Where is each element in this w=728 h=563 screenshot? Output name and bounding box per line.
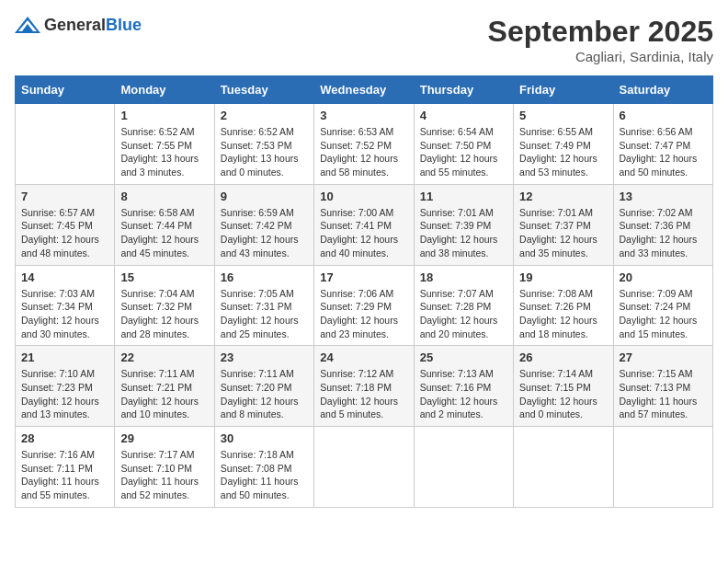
- day-number: 7: [21, 190, 108, 203]
- day-info: Sunrise: 7:08 AM Sunset: 7:26 PM Dayligh…: [519, 287, 607, 341]
- calendar-week-row: 21Sunrise: 7:10 AM Sunset: 7:23 PM Dayli…: [16, 346, 713, 427]
- calendar-cell: 29Sunrise: 7:17 AM Sunset: 7:10 PM Dayli…: [115, 427, 214, 508]
- calendar-cell: 19Sunrise: 7:08 AM Sunset: 7:26 PM Dayli…: [514, 265, 613, 346]
- day-info: Sunrise: 6:54 AM Sunset: 7:50 PM Dayligh…: [420, 125, 507, 179]
- day-info: Sunrise: 7:05 AM Sunset: 7:31 PM Dayligh…: [221, 287, 308, 341]
- calendar-cell: 1Sunrise: 6:52 AM Sunset: 7:55 PM Daylig…: [115, 104, 214, 185]
- calendar-cell: 23Sunrise: 7:11 AM Sunset: 7:20 PM Dayli…: [214, 346, 313, 427]
- calendar-cell: 27Sunrise: 7:15 AM Sunset: 7:13 PM Dayli…: [613, 346, 712, 427]
- day-number: 10: [320, 190, 407, 203]
- day-info: Sunrise: 7:17 AM Sunset: 7:10 PM Dayligh…: [120, 448, 208, 502]
- day-info: Sunrise: 6:52 AM Sunset: 7:55 PM Dayligh…: [120, 125, 208, 179]
- day-info: Sunrise: 7:09 AM Sunset: 7:24 PM Dayligh…: [620, 287, 707, 341]
- col-thursday: Thursday: [414, 76, 513, 104]
- day-info: Sunrise: 7:13 AM Sunset: 7:16 PM Dayligh…: [420, 367, 507, 421]
- day-info: Sunrise: 7:01 AM Sunset: 7:37 PM Dayligh…: [519, 206, 607, 260]
- calendar-cell: 8Sunrise: 6:58 AM Sunset: 7:44 PM Daylig…: [115, 184, 214, 265]
- month-title: September 2025: [488, 15, 713, 49]
- calendar-cell: [414, 427, 513, 508]
- day-number: 28: [21, 431, 108, 445]
- calendar-week-row: 14Sunrise: 7:03 AM Sunset: 7:34 PM Dayli…: [16, 265, 713, 346]
- calendar-header-row: Sunday Monday Tuesday Wednesday Thursday…: [16, 76, 713, 104]
- day-info: Sunrise: 6:53 AM Sunset: 7:52 PM Dayligh…: [320, 125, 407, 179]
- day-info: Sunrise: 7:11 AM Sunset: 7:20 PM Dayligh…: [221, 367, 308, 421]
- day-info: Sunrise: 7:14 AM Sunset: 7:15 PM Dayligh…: [519, 367, 607, 421]
- page-header: GeneralBlue September 2025 Cagliari, Sar…: [15, 15, 713, 64]
- calendar-cell: 11Sunrise: 7:01 AM Sunset: 7:39 PM Dayli…: [414, 184, 513, 265]
- calendar-cell: 10Sunrise: 7:00 AM Sunset: 7:41 PM Dayli…: [314, 184, 414, 265]
- day-info: Sunrise: 7:04 AM Sunset: 7:32 PM Dayligh…: [120, 287, 208, 341]
- calendar-cell: 30Sunrise: 7:18 AM Sunset: 7:08 PM Dayli…: [214, 427, 313, 508]
- day-info: Sunrise: 7:02 AM Sunset: 7:36 PM Dayligh…: [620, 206, 707, 260]
- calendar-table: Sunday Monday Tuesday Wednesday Thursday…: [15, 75, 713, 508]
- day-info: Sunrise: 6:56 AM Sunset: 7:47 PM Dayligh…: [620, 125, 707, 179]
- col-tuesday: Tuesday: [214, 76, 313, 104]
- day-number: 15: [120, 270, 208, 284]
- col-wednesday: Wednesday: [314, 76, 414, 104]
- day-info: Sunrise: 6:57 AM Sunset: 7:45 PM Dayligh…: [21, 206, 108, 260]
- calendar-week-row: 1Sunrise: 6:52 AM Sunset: 7:55 PM Daylig…: [16, 104, 713, 185]
- day-info: Sunrise: 6:59 AM Sunset: 7:42 PM Dayligh…: [221, 206, 308, 260]
- day-number: 1: [120, 109, 208, 122]
- calendar-cell: [314, 427, 414, 508]
- day-info: Sunrise: 7:12 AM Sunset: 7:18 PM Dayligh…: [320, 367, 407, 421]
- col-friday: Friday: [514, 76, 613, 104]
- day-info: Sunrise: 7:10 AM Sunset: 7:23 PM Dayligh…: [21, 367, 108, 421]
- day-number: 8: [120, 190, 208, 203]
- day-number: 4: [420, 109, 507, 122]
- calendar-cell: 18Sunrise: 7:07 AM Sunset: 7:28 PM Dayli…: [414, 265, 513, 346]
- calendar-cell: 4Sunrise: 6:54 AM Sunset: 7:50 PM Daylig…: [414, 104, 513, 185]
- location: Cagliari, Sardinia, Italy: [488, 49, 713, 64]
- calendar-cell: 17Sunrise: 7:06 AM Sunset: 7:29 PM Dayli…: [314, 265, 414, 346]
- day-number: 13: [620, 190, 707, 203]
- col-saturday: Saturday: [613, 76, 712, 104]
- logo-text: GeneralBlue: [44, 16, 142, 35]
- calendar-cell: 12Sunrise: 7:01 AM Sunset: 7:37 PM Dayli…: [514, 184, 613, 265]
- day-number: 24: [320, 350, 407, 364]
- calendar-cell: 14Sunrise: 7:03 AM Sunset: 7:34 PM Dayli…: [16, 265, 115, 346]
- day-number: 16: [221, 270, 308, 284]
- calendar-cell: 24Sunrise: 7:12 AM Sunset: 7:18 PM Dayli…: [314, 346, 414, 427]
- calendar-cell: 5Sunrise: 6:55 AM Sunset: 7:49 PM Daylig…: [514, 104, 613, 185]
- calendar-cell: 21Sunrise: 7:10 AM Sunset: 7:23 PM Dayli…: [16, 346, 115, 427]
- day-info: Sunrise: 7:01 AM Sunset: 7:39 PM Dayligh…: [420, 206, 507, 260]
- calendar-cell: 26Sunrise: 7:14 AM Sunset: 7:15 PM Dayli…: [514, 346, 613, 427]
- day-number: 21: [21, 350, 108, 364]
- day-number: 12: [519, 190, 607, 203]
- day-number: 2: [221, 109, 308, 122]
- logo-general: General: [44, 16, 106, 34]
- day-number: 9: [221, 190, 308, 203]
- day-info: Sunrise: 7:18 AM Sunset: 7:08 PM Dayligh…: [221, 448, 308, 502]
- day-number: 22: [120, 350, 208, 364]
- title-area: September 2025 Cagliari, Sardinia, Italy: [488, 15, 713, 64]
- day-info: Sunrise: 6:55 AM Sunset: 7:49 PM Dayligh…: [519, 125, 607, 179]
- calendar-cell: [613, 427, 712, 508]
- calendar-cell: [514, 427, 613, 508]
- day-info: Sunrise: 7:15 AM Sunset: 7:13 PM Dayligh…: [620, 367, 707, 421]
- calendar-week-row: 28Sunrise: 7:16 AM Sunset: 7:11 PM Dayli…: [16, 427, 713, 508]
- logo: GeneralBlue: [15, 15, 142, 35]
- calendar-cell: 16Sunrise: 7:05 AM Sunset: 7:31 PM Dayli…: [214, 265, 313, 346]
- calendar-cell: 28Sunrise: 7:16 AM Sunset: 7:11 PM Dayli…: [16, 427, 115, 508]
- day-number: 19: [519, 270, 607, 284]
- day-number: 26: [519, 350, 607, 364]
- day-number: 3: [320, 109, 407, 122]
- day-number: 14: [21, 270, 108, 284]
- calendar-cell: 20Sunrise: 7:09 AM Sunset: 7:24 PM Dayli…: [613, 265, 712, 346]
- day-info: Sunrise: 7:06 AM Sunset: 7:29 PM Dayligh…: [320, 287, 407, 341]
- calendar-cell: 15Sunrise: 7:04 AM Sunset: 7:32 PM Dayli…: [115, 265, 214, 346]
- day-number: 5: [519, 109, 607, 122]
- day-number: 18: [420, 270, 507, 284]
- calendar-cell: 2Sunrise: 6:52 AM Sunset: 7:53 PM Daylig…: [214, 104, 313, 185]
- day-number: 29: [120, 431, 208, 445]
- day-number: 11: [420, 190, 507, 203]
- day-number: 23: [221, 350, 308, 364]
- calendar-cell: 7Sunrise: 6:57 AM Sunset: 7:45 PM Daylig…: [16, 184, 115, 265]
- calendar-cell: 22Sunrise: 7:11 AM Sunset: 7:21 PM Dayli…: [115, 346, 214, 427]
- day-info: Sunrise: 6:58 AM Sunset: 7:44 PM Dayligh…: [120, 206, 208, 260]
- day-number: 30: [221, 431, 308, 445]
- day-info: Sunrise: 7:07 AM Sunset: 7:28 PM Dayligh…: [420, 287, 507, 341]
- calendar-cell: 6Sunrise: 6:56 AM Sunset: 7:47 PM Daylig…: [613, 104, 712, 185]
- calendar-week-row: 7Sunrise: 6:57 AM Sunset: 7:45 PM Daylig…: [16, 184, 713, 265]
- day-number: 6: [620, 109, 707, 122]
